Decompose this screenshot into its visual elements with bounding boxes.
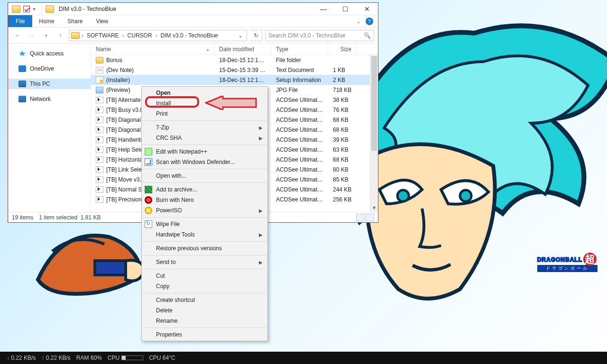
menu-item[interactable]: Install xyxy=(142,98,267,109)
refresh-button[interactable]: ↻ xyxy=(250,30,262,41)
file-name: (Preview) xyxy=(106,87,130,93)
menu-item[interactable]: CRC SHA▶ xyxy=(142,133,267,143)
file-icon xyxy=(96,186,103,193)
tab-view[interactable]: View xyxy=(89,15,115,27)
titlebar[interactable]: ▾ DIM v3.0 - TechnoBlue — ☐ ✕ xyxy=(8,3,378,15)
menu-item[interactable]: Properties xyxy=(142,329,267,340)
file-size: 1 KB xyxy=(328,67,357,73)
file-icon xyxy=(96,136,103,143)
file-name: [TB] Diagonal R xyxy=(106,117,147,123)
menu-item[interactable]: Print xyxy=(142,109,267,119)
scrollbar[interactable]: ▲ ▼ xyxy=(370,55,378,212)
sidebar-item-label: OneDrive xyxy=(30,65,54,72)
submenu-arrow-icon: ▶ xyxy=(259,125,263,130)
file-name: [TB] Diagonal R xyxy=(106,127,147,133)
scroll-down-icon[interactable]: ▼ xyxy=(370,204,378,212)
menu-label: Rename xyxy=(156,318,177,324)
menu-item[interactable]: Restore previous versions xyxy=(142,243,267,254)
scrollbar-thumb[interactable] xyxy=(371,56,377,151)
menu-label: Send to xyxy=(156,259,175,265)
file-name: [TB] Busy v3.0 xyxy=(106,107,143,113)
menu-item[interactable]: Open with... xyxy=(142,171,267,181)
taskbar: ↓ 0.22 KB/s ↑ 0.22 KB/s RAM 60% CPU CPU … xyxy=(0,352,607,364)
menu-item[interactable]: 7-Zip▶ xyxy=(142,122,267,133)
breadcrumb[interactable]: SOFTWARE xyxy=(85,32,120,39)
menu-item[interactable]: Open xyxy=(142,88,267,98)
menu-item[interactable]: Wipe File xyxy=(142,219,267,229)
file-size: 68 KB xyxy=(328,156,357,163)
up-arrow-icon: ↑ xyxy=(41,355,44,361)
file-date: 18-Dec-15 12:16 AM xyxy=(214,57,271,64)
menu-item[interactable]: Add to archive... xyxy=(142,184,267,195)
menu-item[interactable]: Hardwipe Tools▶ xyxy=(142,229,267,240)
file-icon xyxy=(96,117,103,123)
file-tab[interactable]: File xyxy=(8,15,32,27)
menu-label: PowerISO xyxy=(156,207,182,214)
menu-item[interactable]: Send to▶ xyxy=(142,257,267,267)
menu-item[interactable]: Copy xyxy=(142,281,267,291)
breadcrumb[interactable]: CURSOR xyxy=(126,32,154,39)
close-button[interactable]: ✕ xyxy=(356,3,378,15)
back-button[interactable]: ← xyxy=(12,30,23,41)
caret-icon[interactable]: › xyxy=(155,32,158,39)
details-view-button[interactable] xyxy=(356,214,365,221)
logo-sub: ドラゴンボール xyxy=(537,265,598,272)
menu-icon xyxy=(145,220,152,228)
file-size: 2 KB xyxy=(328,77,357,83)
logo-cap-icon: 超 xyxy=(583,253,597,266)
file-type: ACDSee Ultimate ... xyxy=(271,136,328,143)
file-row[interactable]: Bonus18-Dec-15 12:16 AMFile folder xyxy=(91,55,378,65)
menu-item[interactable]: Create shortcut xyxy=(142,295,267,305)
menu-label: Install xyxy=(156,100,171,107)
file-row[interactable]: (Installer)18-Dec-15 12:14 AMSetup Infor… xyxy=(91,75,378,85)
menu-item[interactable]: PowerISO▶ xyxy=(142,205,267,216)
search-input[interactable]: Search DIM v3.0 - TechnoBlue 🔍 xyxy=(265,30,374,41)
ribbon-expand-icon[interactable]: ⌄ xyxy=(356,18,361,25)
nav-pane: Quick accessOneDriveThis PCNetwork xyxy=(8,44,91,212)
sidebar-item[interactable]: Quick access xyxy=(8,48,91,59)
menu-item[interactable]: Scan with Windows Defender... xyxy=(142,157,267,167)
file-row[interactable]: (Dev Note)15-Dec-15 3:39 PMText Document… xyxy=(91,65,378,75)
menu-label: Burn with Nero xyxy=(156,197,193,203)
menu-item[interactable]: Rename xyxy=(142,316,267,326)
tab-home[interactable]: Home xyxy=(32,15,61,27)
file-size: 76 KB xyxy=(328,107,357,113)
address-bar[interactable]: › SOFTWARE › CURSOR › DIM v3.0 - TechnoB… xyxy=(69,30,247,41)
menu-item[interactable]: Edit with Notepad++ xyxy=(142,146,267,157)
svg-point-1 xyxy=(460,190,471,201)
help-icon[interactable]: ? xyxy=(366,18,373,25)
col-type[interactable]: Type xyxy=(271,44,328,55)
caret-icon[interactable]: › xyxy=(81,32,84,39)
sidebar-item[interactable]: Network xyxy=(8,94,91,104)
file-type: ACDSee Ultimate ... xyxy=(271,107,328,113)
file-name: [TB] Horizontal xyxy=(106,156,144,163)
minimize-button[interactable]: — xyxy=(313,3,334,15)
address-dropdown-icon[interactable]: ⌄ xyxy=(236,32,245,39)
col-size[interactable]: Size xyxy=(328,44,357,55)
sidebar-item[interactable]: OneDrive xyxy=(8,64,91,74)
col-name[interactable]: Name▴ xyxy=(91,44,214,55)
thumbnails-view-button[interactable] xyxy=(366,214,374,221)
maximize-button[interactable]: ☐ xyxy=(334,3,356,15)
recent-dropdown-icon[interactable]: ▾ xyxy=(40,30,52,41)
file-date: 15-Dec-15 3:39 PM xyxy=(214,67,271,73)
caret-icon[interactable]: › xyxy=(121,32,125,39)
up-button[interactable]: ↑ xyxy=(55,30,66,41)
qat-properties-icon[interactable] xyxy=(23,6,30,12)
menu-separator xyxy=(142,293,267,293)
status-selection: 1 item selected 1.81 KB xyxy=(39,214,101,221)
tab-share[interactable]: Share xyxy=(61,15,89,27)
menu-item[interactable]: Burn with Nero xyxy=(142,195,267,205)
menu-label: Edit with Notepad++ xyxy=(156,148,207,155)
file-size: 63 KB xyxy=(328,146,357,153)
breadcrumb[interactable]: DIM v3.0 - TechnoBlue xyxy=(159,32,220,39)
menu-item[interactable]: Delete xyxy=(142,305,267,316)
qat-dropdown-icon[interactable]: ▾ xyxy=(33,6,36,12)
menu-label: Add to archive... xyxy=(156,186,197,193)
down-arrow-icon: ↓ xyxy=(7,355,9,361)
sidebar-icon xyxy=(18,81,26,87)
col-date[interactable]: Date modified xyxy=(214,44,271,55)
sidebar-item[interactable]: This PC xyxy=(8,79,91,89)
forward-button[interactable]: → xyxy=(26,30,37,41)
menu-item[interactable]: Cut xyxy=(142,271,267,281)
